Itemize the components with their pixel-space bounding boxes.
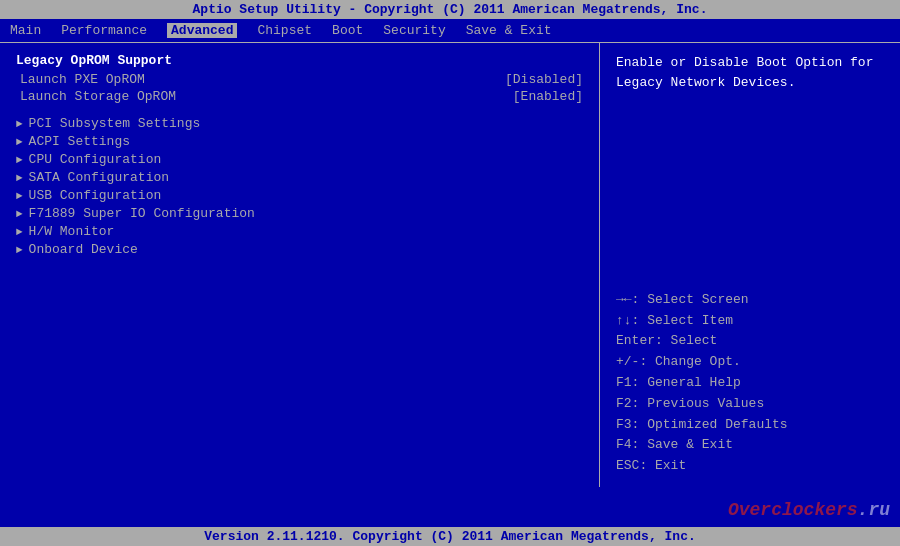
key-select-screen: →←: Select Screen <box>616 290 884 311</box>
title-text: Aptio Setup Utility - Copyright (C) 2011… <box>193 2 708 17</box>
left-panel: Legacy OpROM Support Launch PXE OpROM [D… <box>0 43 600 487</box>
arrow-icon-cpu: ► <box>16 154 23 166</box>
menu-advanced[interactable]: Advanced <box>167 23 237 38</box>
key-help: →←: Select Screen ↑↓: Select Item Enter:… <box>616 290 884 477</box>
key-f1: F1: General Help <box>616 373 884 394</box>
watermark-text: Overclockers <box>728 500 858 520</box>
main-content: Legacy OpROM Support Launch PXE OpROM [D… <box>0 43 900 487</box>
setting-pxe[interactable]: Launch PXE OpROM [Disabled] <box>16 72 583 87</box>
right-panel: Enable or Disable Boot Option for Legacy… <box>600 43 900 487</box>
arrow-icon-usb: ► <box>16 190 23 202</box>
setting-storage[interactable]: Launch Storage OpROM [Enabled] <box>16 89 583 104</box>
menu-boot[interactable]: Boot <box>332 23 363 38</box>
key-change-opt: +/-: Change Opt. <box>616 352 884 373</box>
key-f3: F3: Optimized Defaults <box>616 415 884 436</box>
entry-label-acpi: ACPI Settings <box>29 134 130 149</box>
entry-label-hwmon: H/W Monitor <box>29 224 115 239</box>
entry-label-usb: USB Configuration <box>29 188 162 203</box>
footer-text: Version 2.11.1210. Copyright (C) 2011 Am… <box>204 529 695 544</box>
key-enter: Enter: Select <box>616 331 884 352</box>
help-text: Enable or Disable Boot Option for Legacy… <box>616 53 884 92</box>
watermark: Overclockers.ru <box>728 500 890 520</box>
menu-entry-usb[interactable]: ► USB Configuration <box>16 188 583 203</box>
key-select-item: ↑↓: Select Item <box>616 311 884 332</box>
menu-entry-superio[interactable]: ► F71889 Super IO Configuration <box>16 206 583 221</box>
menu-bar: Main Performance Advanced Chipset Boot S… <box>0 19 900 43</box>
menu-main[interactable]: Main <box>10 23 41 38</box>
key-f2: F2: Previous Values <box>616 394 884 415</box>
key-esc: ESC: Exit <box>616 456 884 477</box>
storage-label: Launch Storage OpROM <box>20 89 176 104</box>
menu-security[interactable]: Security <box>383 23 445 38</box>
entry-label-superio: F71889 Super IO Configuration <box>29 206 255 221</box>
arrow-icon-hwmon: ► <box>16 226 23 238</box>
menu-chipset[interactable]: Chipset <box>257 23 312 38</box>
entry-label-cpu: CPU Configuration <box>29 152 162 167</box>
menu-entry-onboard[interactable]: ► Onboard Device <box>16 242 583 257</box>
menu-entry-acpi[interactable]: ► ACPI Settings <box>16 134 583 149</box>
menu-entry-hwmon[interactable]: ► H/W Monitor <box>16 224 583 239</box>
section-header: Legacy OpROM Support <box>16 53 583 68</box>
arrow-icon-acpi: ► <box>16 136 23 148</box>
entry-label-onboard: Onboard Device <box>29 242 138 257</box>
arrow-icon-pci: ► <box>16 118 23 130</box>
divider <box>16 106 583 116</box>
entry-label-sata: SATA Configuration <box>29 170 169 185</box>
storage-value: [Enabled] <box>513 89 583 104</box>
menu-save-exit[interactable]: Save & Exit <box>466 23 552 38</box>
arrow-icon-sata: ► <box>16 172 23 184</box>
key-f4: F4: Save & Exit <box>616 435 884 456</box>
menu-entry-sata[interactable]: ► SATA Configuration <box>16 170 583 185</box>
arrow-icon-onboard: ► <box>16 244 23 256</box>
menu-entry-pci[interactable]: ► PCI Subsystem Settings <box>16 116 583 131</box>
menu-performance[interactable]: Performance <box>61 23 147 38</box>
pxe-value: [Disabled] <box>505 72 583 87</box>
menu-entry-cpu[interactable]: ► CPU Configuration <box>16 152 583 167</box>
pxe-label: Launch PXE OpROM <box>20 72 145 87</box>
footer-bar: Version 2.11.1210. Copyright (C) 2011 Am… <box>0 527 900 546</box>
entry-label-pci: PCI Subsystem Settings <box>29 116 201 131</box>
title-bar: Aptio Setup Utility - Copyright (C) 2011… <box>0 0 900 19</box>
arrow-icon-superio: ► <box>16 208 23 220</box>
